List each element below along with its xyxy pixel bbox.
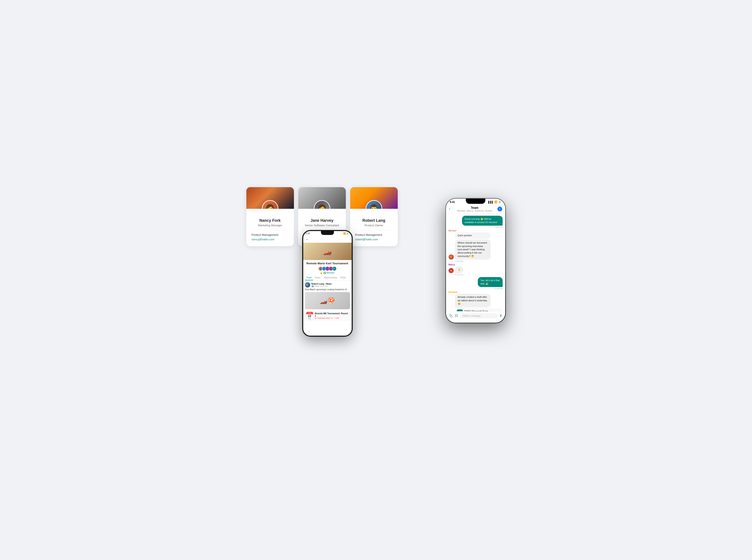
card-name-robert: Robert Lang	[354, 218, 394, 223]
kart-image: 🏎️	[323, 247, 332, 256]
avatar-robert: 👨	[366, 200, 382, 209]
msg-group-susanne: Susanne S Already created a draft after …	[448, 291, 503, 312]
feed-content: RL Robert Lang › News 🌍 Today, 9:41 AM F…	[303, 281, 352, 323]
android-phone: 8:30 📶 🔋 ← 🏎️ Remote Mario Kart Tourname…	[303, 231, 352, 336]
msg-with-avatar-susanne: S Already created a draft after we talke…	[448, 294, 503, 312]
chat-input-field[interactable]: Write a message	[460, 313, 498, 318]
tab-matchmaking[interactable]: Matchmaking	[322, 275, 339, 280]
iphone-device: 9:41 ▌▌▌ 📶 🔋 ‹ Team Michael, Nancy, Susa…	[445, 198, 506, 323]
msg-with-avatar-nancy: N 👌	[448, 266, 503, 273]
tab-feed[interactable]: Feed	[305, 275, 313, 280]
card-bg-nancy: 👩	[246, 187, 294, 209]
iphone-screen: 9:41 ▌▌▌ 📶 🔋 ‹ Team Michael, Nancy, Susa…	[446, 199, 505, 323]
avatar-nancy-chat: N	[448, 268, 454, 273]
avatar-nancy: 👩	[262, 200, 278, 209]
card-bg-jane: 👩	[298, 187, 346, 209]
android-time: 8:30	[306, 232, 310, 235]
image-icon[interactable]: 🖼	[455, 314, 458, 318]
post-text: First Match upcoming! Looking forward to…	[305, 288, 350, 291]
msg-time-michael: 11:04 AM	[455, 260, 503, 262]
chat-messages-list: Good morning 🌟 Will be available in arou…	[446, 214, 505, 312]
msg-group-michael: Michael M Quick question Where should we…	[448, 229, 503, 262]
msg-bubble-out-1: Good morning 🌟 Will be available in arou…	[462, 216, 503, 226]
chat-input-bar: 📎 🖼 Write a message 🎙	[446, 311, 505, 323]
card-avatar-wrap-jane: 👩	[314, 200, 330, 209]
msg-bubble-michael: Where should we document the upcoming in…	[455, 239, 491, 260]
msg-with-avatar-michael: M Quick question Where should we documen…	[448, 232, 503, 260]
avatar-michael: M	[448, 254, 454, 260]
chat-placeholder: Write a message	[463, 315, 481, 317]
card-title-robert: Product Owner	[354, 224, 394, 227]
card-name-nancy: Nancy Fork	[250, 218, 290, 223]
msg-group-nancy: Nancy N 👌 11:04 AM	[448, 263, 503, 276]
tab-faqs[interactable]: FAQs	[339, 275, 347, 280]
android-app-content: ← 🏎️ Remote Mario Kart Tournament 👤 👤 👤 …	[303, 236, 352, 336]
community-tabs: Feed Rules Matchmaking FAQs	[303, 275, 352, 281]
event-date-badge: Feb 22 Feb	[306, 312, 313, 320]
card-dept-nancy: Product Management	[250, 233, 290, 237]
android-screen: 8:30 📶 🔋 ← 🏎️ Remote Mario Kart Tourname…	[303, 231, 352, 336]
event-month: Feb	[306, 318, 313, 320]
member-count: 6+	[332, 266, 336, 271]
chat-back-button[interactable]: ‹	[449, 207, 450, 211]
event-day: 22	[306, 314, 313, 318]
profile-card-nancy[interactable]: 👩 Nancy Fork Marketing Manager Product M…	[246, 187, 294, 246]
msg-time-out-1: 9:41 AM	[495, 226, 502, 228]
mic-icon[interactable]: 🎙	[499, 314, 503, 318]
post-author-info: Robert Lang › News 🌍 Today, 9:41 AM	[311, 283, 350, 287]
member-avatars: 👤 👤 👤 👤 6+	[306, 266, 349, 271]
msg-time-out-2: 11:06 AM	[494, 287, 502, 289]
card-name-jane: Jane Harvey	[302, 218, 342, 223]
card-body-nancy: Nancy Fork Marketing Manager Product Man…	[246, 218, 294, 241]
msg-time-nancy: 11:04 AM	[455, 274, 503, 276]
iphone-time: 9:41	[450, 201, 455, 204]
card-body-robert: Robert Lang Product Owner Product Manage…	[350, 218, 398, 241]
iphone-status-icons: ▌▌▌ 📶 🔋	[488, 201, 501, 203]
android-nav-header: ←	[303, 236, 352, 241]
signal-icon: ▌▌▌	[488, 201, 493, 203]
msg-label-michael: Quick question	[455, 232, 491, 239]
main-scene: 👩 Nancy Fork Marketing Manager Product M…	[246, 187, 506, 373]
post-author-avatar: RL	[305, 282, 310, 287]
card-title-nancy: Marketing Manager	[250, 224, 290, 227]
chat-title: Team	[452, 206, 498, 209]
chat-header-info: Team Michael, Nancy, Susanne, Robert	[452, 206, 498, 212]
event-info: Remote MK Tournament: Round 1 22 Februar…	[315, 312, 349, 319]
post-header: RL Robert Lang › News 🌍 Today, 9:41 AM	[305, 282, 350, 287]
attachment-icon[interactable]: 📎	[448, 314, 453, 318]
card-email-nancy[interactable]: nancy@haiilo.com	[250, 238, 290, 241]
chat-header: ‹ Team Michael, Nancy, Susanne, Robert i	[446, 205, 505, 214]
member-tag: 🔒 ✅ Member	[306, 272, 349, 274]
event-month-label: Feb	[306, 312, 313, 314]
msg-sender-nancy: Nancy	[448, 263, 503, 266]
android-notch	[321, 231, 334, 235]
msg-sender-michael: Michael	[448, 229, 503, 232]
msg-bubble-nancy: 👌	[455, 266, 463, 273]
card-avatar-wrap-robert: 👨	[366, 200, 382, 209]
community-cover-image: 🏎️	[303, 243, 352, 260]
msg-content-michael: Quick question Where should we document …	[455, 232, 503, 260]
event-time: 22 February 2022, 5 – 7 PM	[315, 317, 349, 319]
msg-bubble-out-2: Yes, let's do it that way 👍	[478, 277, 502, 287]
card-dept-robert: Product Management	[354, 233, 394, 237]
post-time: 🌍 Today, 9:41 AM	[311, 285, 350, 287]
msg-out-1: Good morning 🌟 Will be available in arou…	[448, 216, 503, 228]
post-image: 🏎️🍄	[305, 292, 350, 309]
card-bg-robert: 👨	[350, 187, 398, 209]
profile-card-robert[interactable]: 👨 Robert Lang Product Owner Product Mana…	[350, 187, 398, 246]
msg-out-2: Yes, let's do it that way 👍 11:06 AM	[469, 277, 502, 290]
iphone-notch	[466, 199, 485, 204]
tab-rules[interactable]: Rules	[313, 275, 322, 280]
card-avatar-wrap-nancy: 👩	[262, 200, 278, 209]
card-title-jane: Senior Software Consultant	[302, 224, 342, 227]
event-name: Remote MK Tournament: Round 1	[315, 312, 349, 317]
event-card[interactable]: Feb 22 Feb Remote MK Tournament: Round 1…	[305, 311, 350, 321]
chat-subtitle: Michael, Nancy, Susanne, Robert	[452, 209, 498, 212]
member-tag-label: ✅ Member	[323, 272, 334, 274]
card-email-robert[interactable]: robert@haiilo.com	[354, 238, 394, 241]
back-button[interactable]: ←	[306, 238, 309, 241]
msg-sender-susanne: Susanne	[448, 291, 503, 293]
lock-icon: 🔒	[320, 272, 323, 274]
chat-info-button[interactable]: i	[498, 207, 502, 212]
avatar-jane: 👩	[314, 200, 330, 209]
